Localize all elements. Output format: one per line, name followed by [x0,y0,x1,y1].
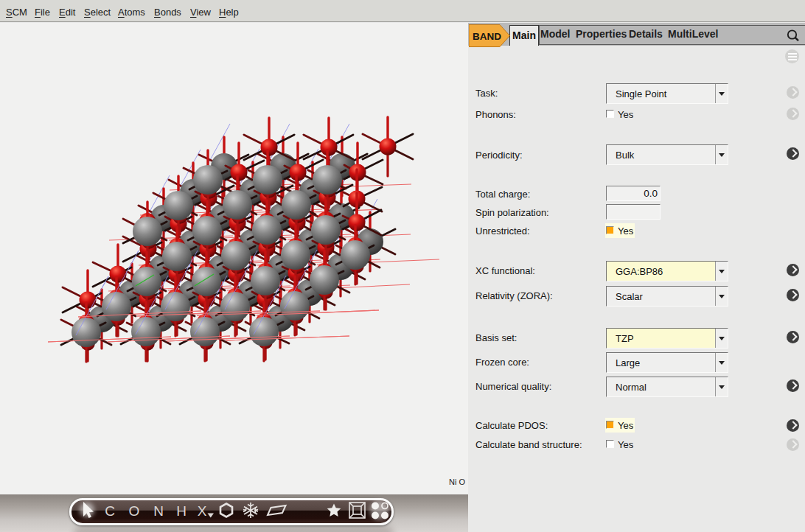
svg-text:N: N [153,503,164,519]
svg-text:X: X [198,503,207,519]
svg-text:H: H [176,503,187,519]
svg-text:BAND: BAND [473,31,501,42]
svg-text:O: O [129,503,140,519]
svg-text:C: C [105,503,115,519]
